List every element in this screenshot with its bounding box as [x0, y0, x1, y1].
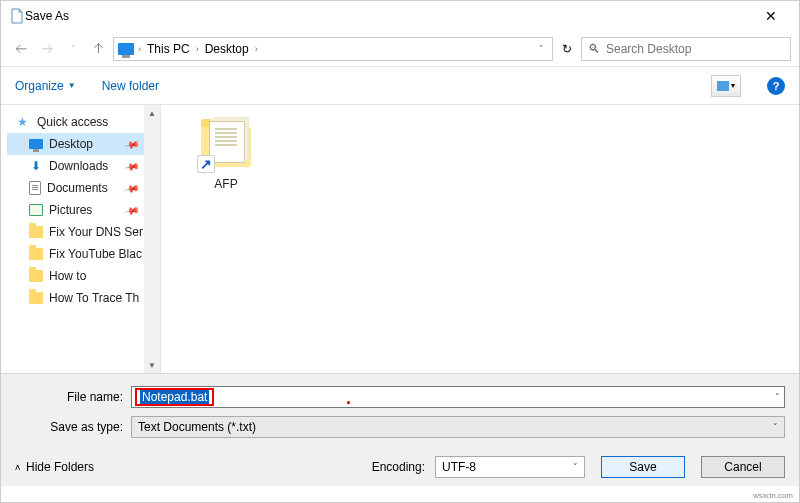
tree-item-documents[interactable]: Documents 📌	[7, 177, 160, 199]
filename-label: File name:	[15, 390, 131, 404]
sidebar-scrollbar[interactable]: ▲ ▼	[144, 105, 160, 373]
chevron-down-icon: ˅	[573, 462, 578, 472]
chevron-right-icon[interactable]: ›	[138, 44, 141, 54]
nav-row: 🡠 🡢 ˅ 🡡 › This PC › Desktop › ˅ ↻ 🔍︎ Sea…	[1, 31, 799, 67]
tree-quick-access[interactable]: ★ Quick access	[7, 111, 160, 133]
pin-icon: 📌	[124, 136, 140, 152]
organize-menu[interactable]: Organize ▼	[15, 79, 76, 93]
folder-item-afp[interactable]: ↗ AFP	[181, 117, 271, 191]
cancel-button[interactable]: Cancel	[701, 456, 785, 478]
search-icon: 🔍︎	[588, 42, 600, 56]
file-icon	[9, 8, 25, 24]
window-title: Save As	[25, 9, 751, 23]
recent-dropdown[interactable]: ˅	[61, 37, 85, 61]
tree-item-downloads[interactable]: ⬇ Downloads 📌	[7, 155, 160, 177]
download-icon: ⬇	[29, 159, 43, 173]
pin-icon: 📌	[124, 202, 140, 218]
folder-icon	[29, 292, 43, 304]
chevron-down-icon: ▾	[731, 81, 735, 90]
chevron-down-icon[interactable]: ˅	[775, 392, 780, 402]
watermark: wsxdn.com	[753, 491, 793, 500]
tree-item-folder[interactable]: How to	[7, 265, 160, 287]
chevron-up-icon: ʌ	[15, 462, 20, 472]
folder-icon	[29, 226, 43, 238]
chevron-right-icon[interactable]: ›	[196, 44, 199, 54]
tree-item-folder[interactable]: How To Trace Th	[7, 287, 160, 309]
view-options-button[interactable]: ▾	[711, 75, 741, 97]
scroll-up-arrow[interactable]: ▲	[144, 105, 160, 121]
save-button[interactable]: Save	[601, 456, 685, 478]
search-input[interactable]: 🔍︎ Search Desktop	[581, 37, 791, 61]
picture-icon	[717, 81, 729, 91]
savetype-label: Save as type:	[15, 420, 131, 434]
desktop-icon	[29, 139, 43, 149]
new-folder-button[interactable]: New folder	[102, 79, 159, 93]
close-button[interactable]: ✕	[751, 8, 791, 24]
annotation-dot	[347, 401, 350, 404]
refresh-button[interactable]: ↻	[555, 37, 579, 61]
encoding-label: Encoding:	[372, 460, 425, 474]
tree-item-pictures[interactable]: Pictures 📌	[7, 199, 160, 221]
tree-item-desktop[interactable]: Desktop 📌	[7, 133, 160, 155]
chevron-down-icon: ˅	[773, 422, 778, 432]
address-bar[interactable]: › This PC › Desktop › ˅	[113, 37, 553, 61]
forward-button: 🡢	[35, 37, 59, 61]
crumb-desktop[interactable]: Desktop	[203, 42, 251, 56]
shortcut-arrow-icon: ↗	[197, 155, 215, 173]
toolbar: Organize ▼ New folder ▾ ?	[1, 67, 799, 105]
titlebar: Save As ✕	[1, 1, 799, 31]
scroll-down-arrow[interactable]: ▼	[144, 357, 160, 373]
folder-icon	[29, 248, 43, 260]
help-button[interactable]: ?	[767, 77, 785, 95]
document-icon	[29, 181, 41, 195]
pictures-icon	[29, 204, 43, 216]
star-icon: ★	[17, 115, 31, 129]
chevron-right-icon[interactable]: ›	[255, 44, 258, 54]
this-pc-icon	[118, 43, 134, 55]
main-area: ★ Quick access Desktop 📌 ⬇ Downloads 📌 D…	[1, 105, 799, 373]
item-label: AFP	[181, 177, 271, 191]
file-list[interactable]: ↗ AFP	[161, 105, 799, 373]
tree-item-folder[interactable]: Fix YouTube Blac	[7, 243, 160, 265]
nav-tree: ★ Quick access Desktop 📌 ⬇ Downloads 📌 D…	[1, 105, 161, 373]
search-placeholder: Search Desktop	[606, 42, 691, 56]
up-button[interactable]: 🡡	[87, 37, 111, 61]
pin-icon: 📌	[124, 180, 140, 196]
back-button[interactable]: 🡠	[9, 37, 33, 61]
address-dropdown[interactable]: ˅	[535, 44, 548, 54]
pin-icon: 📌	[124, 158, 140, 174]
chevron-down-icon: ▼	[68, 81, 76, 90]
tree-item-folder[interactable]: Fix Your DNS Ser	[7, 221, 160, 243]
highlight-box: Notepad.bat	[135, 388, 214, 406]
encoding-combo[interactable]: UTF-8 ˅	[435, 456, 585, 478]
folder-icon	[29, 270, 43, 282]
filename-input[interactable]: Notepad.bat ˅	[131, 386, 785, 408]
savetype-combo[interactable]: Text Documents (*.txt) ˅	[131, 416, 785, 438]
crumb-this-pc[interactable]: This PC	[145, 42, 192, 56]
hide-folders-button[interactable]: ʌ Hide Folders	[15, 460, 94, 474]
bottom-panel: File name: Notepad.bat ˅ Save as type: T…	[1, 373, 799, 486]
